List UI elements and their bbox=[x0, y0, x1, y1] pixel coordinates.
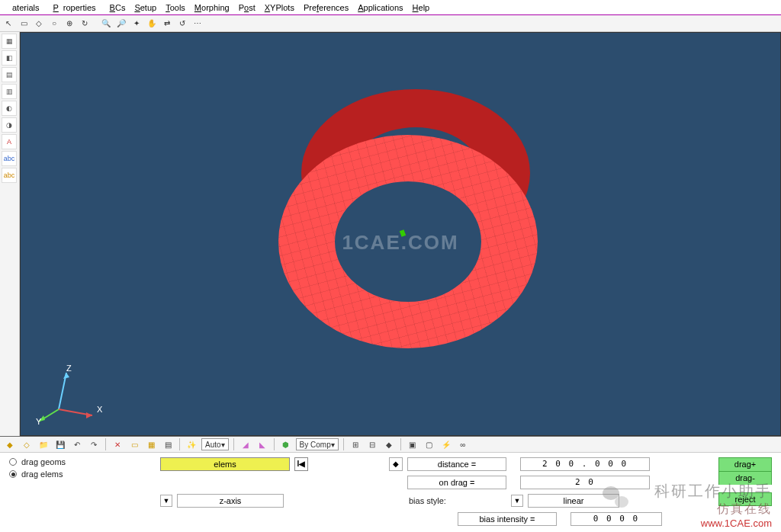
axis-x-label: X bbox=[97, 405, 102, 414]
lt-notes-icon[interactable]: abc bbox=[2, 168, 17, 183]
bias-style-switch[interactable]: ▼ bbox=[511, 495, 523, 507]
menu-bar: aterials Properties BCs Setup Tools Morp… bbox=[0, 0, 781, 15]
t2-cube-icon[interactable]: ⬢ bbox=[279, 437, 293, 451]
toolbar-display: ◆ ◇ 📁 💾 ↶ ↷ ✕ ▭ ▦ ▤ ✨ Auto ▾ ◢ ◣ ⬢ By Co… bbox=[0, 436, 781, 453]
axis-z-label: Z bbox=[66, 364, 72, 373]
tb-poly-icon[interactable]: ◇ bbox=[32, 17, 46, 30]
drag-minus-button[interactable]: drag- bbox=[718, 471, 772, 485]
t2-wire1-icon[interactable]: ⊞ bbox=[349, 437, 362, 451]
t2-wire3-icon[interactable]: ◆ bbox=[382, 437, 396, 451]
tb-hand-icon[interactable]: ✋ bbox=[145, 17, 159, 30]
lt-prop-icon[interactable]: ◐ bbox=[2, 101, 17, 116]
lt-load-icon[interactable]: ◑ bbox=[2, 117, 17, 133]
toolbar-view: ↖ ▭ ◇ ○ ⊕ ↻ 🔍 🔎 ✦ ✋ ⇄ ↺ ⋯ bbox=[0, 15, 781, 32]
ondrag-label: on drag = bbox=[407, 476, 506, 489]
bias-int-label: bias intensity = bbox=[458, 512, 557, 526]
t2-sel2-icon[interactable]: ◇ bbox=[20, 437, 34, 451]
tb-arrows-icon[interactable]: ⇄ bbox=[160, 17, 174, 30]
t2-card-icon[interactable]: ▭ bbox=[127, 437, 141, 451]
t2-auto-dd[interactable]: Auto ▾ bbox=[201, 438, 229, 450]
t2-bycomp-dd[interactable]: By Comp ▾ bbox=[296, 438, 339, 450]
menu-preferences[interactable]: Preferences bbox=[299, 3, 353, 12]
tb-rect-icon[interactable]: ▭ bbox=[17, 17, 31, 30]
radio-drag-geoms-label: drag geoms bbox=[21, 457, 66, 466]
t2-disp4-icon[interactable]: ∞ bbox=[456, 437, 470, 451]
distance-label: distance = bbox=[407, 457, 506, 471]
lt-sets-icon[interactable]: A bbox=[2, 134, 17, 149]
t2-ren-icon[interactable]: ▤ bbox=[161, 437, 175, 451]
bias-int-input[interactable]: 0 0 0 0 bbox=[570, 512, 662, 526]
t2-folder-icon[interactable]: 📁 bbox=[37, 437, 50, 451]
tb-zoomout-icon[interactable]: 🔎 bbox=[114, 17, 128, 30]
t2-shade2-icon[interactable]: ◣ bbox=[256, 437, 269, 451]
menu-help[interactable]: Help bbox=[408, 3, 435, 12]
elems-selector-button[interactable]: elems bbox=[160, 457, 290, 471]
radio-drag-elems-label: drag elems bbox=[21, 470, 63, 479]
tb-more-icon[interactable]: ⋯ bbox=[191, 17, 204, 30]
radio-drag-geoms[interactable] bbox=[9, 458, 17, 466]
t2-del-icon[interactable]: ✕ bbox=[111, 437, 124, 451]
ondrag-input[interactable]: 2 0 bbox=[520, 476, 650, 489]
t2-org-icon[interactable]: ▦ bbox=[144, 437, 158, 451]
panel-drag: drag geoms drag elems elems I◀ ▼ z-axis … bbox=[0, 453, 781, 532]
menu-materials[interactable]: aterials bbox=[3, 3, 48, 12]
t2-wire2-icon[interactable]: ⊟ bbox=[365, 437, 379, 451]
menu-post[interactable]: Post bbox=[234, 3, 260, 12]
lt-entities-icon[interactable]: ▦ bbox=[2, 34, 17, 49]
bias-style-label: bias style: bbox=[407, 496, 506, 505]
tb-circle-icon[interactable]: ○ bbox=[47, 17, 61, 30]
menu-applications[interactable]: Applications bbox=[353, 3, 407, 12]
reset-sel-button[interactable]: I◀ bbox=[294, 457, 308, 471]
wechat-icon bbox=[603, 485, 628, 508]
menu-xyplots[interactable]: XYPlots bbox=[260, 3, 299, 12]
distance-input[interactable]: 2 0 0 . 0 0 0 bbox=[520, 457, 650, 471]
tb-pan-icon[interactable]: ⊕ bbox=[63, 17, 76, 30]
left-toolbar: ▦ ◧ ▤ ▥ ◐ ◑ A abc abc bbox=[0, 32, 20, 436]
drag-plus-button[interactable]: drag+ bbox=[718, 457, 772, 471]
menu-properties[interactable]: Properties bbox=[48, 3, 104, 12]
lt-comp-icon[interactable]: ◧ bbox=[2, 50, 17, 66]
axis-y-label: Y bbox=[36, 417, 41, 426]
tb-rotate-icon[interactable]: ↻ bbox=[78, 17, 92, 30]
menu-setup[interactable]: Setup bbox=[130, 3, 161, 12]
lt-assy-icon[interactable]: ▤ bbox=[2, 67, 17, 82]
t2-undo-icon[interactable]: ↶ bbox=[70, 437, 84, 451]
radio-drag-elems[interactable] bbox=[9, 470, 17, 478]
viewport-3d[interactable]: 1CAE.COM Z Y X bbox=[20, 32, 781, 436]
axis-switch-button[interactable]: ▼ bbox=[160, 495, 172, 507]
t2-sel1-icon[interactable]: ◆ bbox=[3, 437, 17, 451]
tb-cursor-icon[interactable]: ↖ bbox=[2, 17, 15, 30]
distance-toggle-button[interactable]: ◆ bbox=[389, 457, 403, 471]
t2-shade1-icon[interactable]: ◢ bbox=[239, 437, 252, 451]
reject-button[interactable]: reject bbox=[718, 492, 772, 506]
tb-zoomin-icon[interactable]: 🔍 bbox=[99, 17, 113, 30]
t2-save-icon[interactable]: 💾 bbox=[53, 437, 67, 451]
axis-triad: Z Y X bbox=[33, 359, 101, 428]
t2-disp1-icon[interactable]: ▣ bbox=[406, 437, 419, 451]
t2-disp3-icon[interactable]: ⚡ bbox=[439, 437, 453, 451]
menu-morphing[interactable]: Morphing bbox=[190, 3, 234, 12]
zaxis-button[interactable]: z-axis bbox=[177, 494, 284, 508]
t2-auto-icon[interactable]: ✨ bbox=[185, 437, 198, 451]
lt-tags-icon[interactable]: abc bbox=[2, 151, 17, 166]
menu-tools[interactable]: Tools bbox=[161, 3, 190, 12]
t2-redo-icon[interactable]: ↷ bbox=[87, 437, 101, 451]
menu-bcs[interactable]: BCs bbox=[105, 3, 130, 12]
t2-disp2-icon[interactable]: ▢ bbox=[423, 437, 436, 451]
svg-marker-1 bbox=[63, 373, 69, 379]
tb-spin-icon[interactable]: ↺ bbox=[175, 17, 189, 30]
main-area: ▦ ◧ ▤ ▥ ◐ ◑ A abc abc 1CAE.COM bbox=[0, 32, 781, 436]
tb-fit-icon[interactable]: ✦ bbox=[130, 17, 143, 30]
svg-marker-5 bbox=[86, 412, 92, 418]
lt-mat-icon[interactable]: ▥ bbox=[2, 84, 17, 99]
